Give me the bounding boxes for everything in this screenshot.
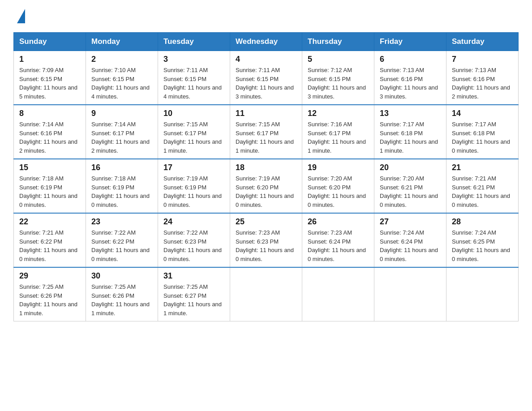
day-info: Sunrise: 7:19 AMSunset: 6:20 PMDaylight:…	[236, 174, 296, 209]
day-number: 2	[91, 55, 152, 64]
day-info: Sunrise: 7:23 AMSunset: 6:24 PMDaylight:…	[308, 228, 369, 263]
day-info: Sunrise: 7:21 AMSunset: 6:21 PMDaylight:…	[452, 174, 513, 209]
day-number: 29	[19, 271, 80, 281]
day-number: 11	[236, 109, 296, 118]
day-info: Sunrise: 7:25 AMSunset: 6:26 PMDaylight:…	[19, 283, 80, 317]
day-number: 17	[163, 163, 224, 172]
day-info: Sunrise: 7:11 AMSunset: 6:15 PMDaylight:…	[163, 66, 224, 101]
calendar-cell	[230, 267, 302, 321]
col-header-thursday: Thursday	[302, 33, 374, 51]
day-number: 13	[380, 109, 441, 118]
day-number: 7	[452, 55, 513, 64]
calendar-cell: 8Sunrise: 7:14 AMSunset: 6:16 PMDaylight…	[14, 105, 86, 159]
day-number: 23	[91, 217, 152, 227]
calendar-cell: 7Sunrise: 7:13 AMSunset: 6:16 PMDaylight…	[446, 51, 519, 105]
day-number: 9	[91, 109, 152, 118]
calendar-cell: 16Sunrise: 7:18 AMSunset: 6:19 PMDayligh…	[86, 159, 158, 213]
day-number: 19	[308, 163, 369, 172]
day-info: Sunrise: 7:10 AMSunset: 6:15 PMDaylight:…	[91, 66, 152, 101]
calendar-cell: 27Sunrise: 7:24 AMSunset: 6:24 PMDayligh…	[374, 213, 446, 267]
day-info: Sunrise: 7:22 AMSunset: 6:23 PMDaylight:…	[163, 228, 224, 263]
day-number: 21	[452, 163, 513, 172]
day-info: Sunrise: 7:23 AMSunset: 6:23 PMDaylight:…	[236, 228, 296, 263]
day-info: Sunrise: 7:15 AMSunset: 6:17 PMDaylight:…	[163, 120, 224, 155]
day-info: Sunrise: 7:13 AMSunset: 6:16 PMDaylight:…	[380, 66, 441, 101]
calendar-cell	[374, 267, 446, 321]
calendar-cell	[302, 267, 374, 321]
calendar-cell: 25Sunrise: 7:23 AMSunset: 6:23 PMDayligh…	[230, 213, 302, 267]
col-header-friday: Friday	[374, 33, 446, 51]
day-number: 27	[380, 217, 441, 227]
day-number: 20	[380, 163, 441, 172]
day-number: 25	[236, 217, 296, 227]
calendar-week-row: 8Sunrise: 7:14 AMSunset: 6:16 PMDaylight…	[14, 105, 519, 159]
day-info: Sunrise: 7:19 AMSunset: 6:19 PMDaylight:…	[163, 174, 224, 209]
calendar-cell: 30Sunrise: 7:25 AMSunset: 6:26 PMDayligh…	[86, 267, 158, 321]
day-number: 14	[452, 109, 513, 118]
day-number: 31	[163, 271, 224, 281]
calendar-cell: 13Sunrise: 7:17 AMSunset: 6:18 PMDayligh…	[374, 105, 446, 159]
calendar-cell: 21Sunrise: 7:21 AMSunset: 6:21 PMDayligh…	[446, 159, 519, 213]
calendar-cell: 31Sunrise: 7:25 AMSunset: 6:27 PMDayligh…	[158, 267, 230, 321]
calendar-cell: 10Sunrise: 7:15 AMSunset: 6:17 PMDayligh…	[158, 105, 230, 159]
col-header-tuesday: Tuesday	[158, 33, 230, 51]
day-number: 16	[91, 163, 152, 172]
day-info: Sunrise: 7:18 AMSunset: 6:19 PMDaylight:…	[19, 174, 80, 209]
logo	[13, 9, 25, 23]
day-info: Sunrise: 7:13 AMSunset: 6:16 PMDaylight:…	[452, 66, 513, 101]
calendar-cell: 26Sunrise: 7:23 AMSunset: 6:24 PMDayligh…	[302, 213, 374, 267]
calendar-cell: 12Sunrise: 7:16 AMSunset: 6:17 PMDayligh…	[302, 105, 374, 159]
day-number: 24	[163, 217, 224, 227]
col-header-sunday: Sunday	[14, 33, 86, 51]
calendar-cell: 1Sunrise: 7:09 AMSunset: 6:15 PMDaylight…	[14, 51, 86, 105]
day-number: 26	[308, 217, 369, 227]
calendar-cell: 6Sunrise: 7:13 AMSunset: 6:16 PMDaylight…	[374, 51, 446, 105]
calendar-week-row: 22Sunrise: 7:21 AMSunset: 6:22 PMDayligh…	[14, 213, 519, 267]
calendar-week-row: 15Sunrise: 7:18 AMSunset: 6:19 PMDayligh…	[14, 159, 519, 213]
day-info: Sunrise: 7:17 AMSunset: 6:18 PMDaylight:…	[380, 120, 441, 155]
calendar-header-row: SundayMondayTuesdayWednesdayThursdayFrid…	[14, 33, 519, 51]
day-number: 6	[380, 55, 441, 64]
day-info: Sunrise: 7:14 AMSunset: 6:17 PMDaylight:…	[91, 120, 152, 155]
day-number: 10	[163, 109, 224, 118]
calendar-cell: 4Sunrise: 7:11 AMSunset: 6:15 PMDaylight…	[230, 51, 302, 105]
calendar-cell: 24Sunrise: 7:22 AMSunset: 6:23 PMDayligh…	[158, 213, 230, 267]
day-info: Sunrise: 7:11 AMSunset: 6:15 PMDaylight:…	[236, 66, 296, 101]
calendar-cell: 20Sunrise: 7:20 AMSunset: 6:21 PMDayligh…	[374, 159, 446, 213]
calendar-cell: 15Sunrise: 7:18 AMSunset: 6:19 PMDayligh…	[14, 159, 86, 213]
calendar-week-row: 1Sunrise: 7:09 AMSunset: 6:15 PMDaylight…	[14, 51, 519, 105]
logo-triangle-icon	[17, 9, 25, 23]
day-info: Sunrise: 7:14 AMSunset: 6:16 PMDaylight:…	[19, 120, 80, 155]
day-number: 12	[308, 109, 369, 118]
day-info: Sunrise: 7:22 AMSunset: 6:22 PMDaylight:…	[91, 228, 152, 263]
day-number: 30	[91, 271, 152, 281]
col-header-saturday: Saturday	[446, 33, 519, 51]
page-header	[13, 9, 519, 23]
day-info: Sunrise: 7:20 AMSunset: 6:21 PMDaylight:…	[380, 174, 441, 209]
calendar-cell: 28Sunrise: 7:24 AMSunset: 6:25 PMDayligh…	[446, 213, 519, 267]
calendar-cell: 2Sunrise: 7:10 AMSunset: 6:15 PMDaylight…	[86, 51, 158, 105]
day-info: Sunrise: 7:25 AMSunset: 6:26 PMDaylight:…	[91, 283, 152, 317]
day-number: 18	[236, 163, 296, 172]
day-number: 15	[19, 163, 80, 172]
day-info: Sunrise: 7:24 AMSunset: 6:24 PMDaylight:…	[380, 228, 441, 263]
day-info: Sunrise: 7:25 AMSunset: 6:27 PMDaylight:…	[163, 283, 224, 317]
col-header-wednesday: Wednesday	[230, 33, 302, 51]
calendar-cell: 9Sunrise: 7:14 AMSunset: 6:17 PMDaylight…	[86, 105, 158, 159]
calendar-cell: 3Sunrise: 7:11 AMSunset: 6:15 PMDaylight…	[158, 51, 230, 105]
day-number: 4	[236, 55, 296, 64]
day-info: Sunrise: 7:12 AMSunset: 6:15 PMDaylight:…	[308, 66, 369, 101]
day-info: Sunrise: 7:24 AMSunset: 6:25 PMDaylight:…	[452, 228, 513, 263]
calendar-cell: 5Sunrise: 7:12 AMSunset: 6:15 PMDaylight…	[302, 51, 374, 105]
calendar-cell	[446, 267, 519, 321]
day-info: Sunrise: 7:21 AMSunset: 6:22 PMDaylight:…	[19, 228, 80, 263]
col-header-monday: Monday	[86, 33, 158, 51]
day-number: 28	[452, 217, 513, 227]
calendar-week-row: 29Sunrise: 7:25 AMSunset: 6:26 PMDayligh…	[14, 267, 519, 321]
calendar-table: SundayMondayTuesdayWednesdayThursdayFrid…	[13, 32, 519, 321]
calendar-cell: 14Sunrise: 7:17 AMSunset: 6:18 PMDayligh…	[446, 105, 519, 159]
day-info: Sunrise: 7:17 AMSunset: 6:18 PMDaylight:…	[452, 120, 513, 155]
day-number: 8	[19, 109, 80, 118]
day-info: Sunrise: 7:20 AMSunset: 6:20 PMDaylight:…	[308, 174, 369, 209]
calendar-cell: 11Sunrise: 7:15 AMSunset: 6:17 PMDayligh…	[230, 105, 302, 159]
